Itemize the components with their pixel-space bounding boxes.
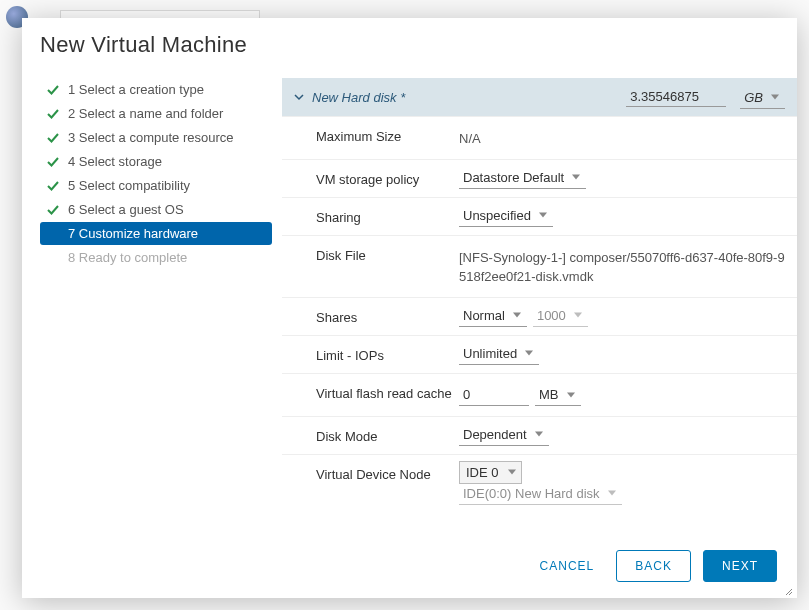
new-vm-wizard-modal: New Virtual Machine 1 Select a creation … <box>22 18 797 598</box>
sharing-select[interactable]: Unspecified <box>459 208 553 223</box>
step-label: 5 Select compatibility <box>68 178 190 193</box>
step-guest-os[interactable]: 6 Select a guest OS <box>40 198 272 221</box>
chevron-down-icon <box>294 92 304 102</box>
row-disk-mode: Disk Mode Dependent <box>282 416 797 454</box>
check-icon <box>46 179 60 193</box>
wizard-steps: 1 Select a creation type 2 Select a name… <box>22 78 282 536</box>
label: Sharing <box>294 208 459 225</box>
label: Limit - IOPs <box>294 346 459 363</box>
disk-mode-select[interactable]: Dependent <box>459 427 549 442</box>
flash-cache-input[interactable] <box>459 384 529 406</box>
row-disk-file: Disk File [NFS-Synology-1-] composer/550… <box>282 235 797 297</box>
step-compute-resource[interactable]: 3 Select a compute resource <box>40 126 272 149</box>
wizard-footer: CANCEL BACK NEXT <box>22 536 797 598</box>
step-creation-type[interactable]: 1 Select a creation type <box>40 78 272 101</box>
disk-size-input[interactable] <box>626 87 726 107</box>
row-device-node: Virtual Device Node IDE 0 IDE(0:0) New H… <box>282 454 797 511</box>
label: VM storage policy <box>294 170 459 187</box>
step-label: 1 Select a creation type <box>68 82 204 97</box>
check-icon <box>46 107 60 121</box>
step-compatibility[interactable]: 5 Select compatibility <box>40 174 272 197</box>
section-title: New Hard disk * <box>312 90 405 105</box>
hardware-panel[interactable]: New Hard disk * GB Maximum Size N/A VM s… <box>282 78 797 536</box>
step-label: 2 Select a name and folder <box>68 106 223 121</box>
flash-cache-unit-select[interactable]: MB <box>535 387 581 402</box>
shares-mode-select[interactable]: Normal <box>459 308 527 323</box>
disk-size-unit-select[interactable]: GB <box>740 90 785 105</box>
step-label: 7 Customize hardware <box>68 226 198 241</box>
row-storage-policy: VM storage policy Datastore Default <box>282 159 797 197</box>
row-shares: Shares Normal 1000 <box>282 297 797 335</box>
new-hard-disk-section[interactable]: New Hard disk * GB <box>282 78 797 116</box>
step-label: 3 Select a compute resource <box>68 130 233 145</box>
check-icon <box>46 155 60 169</box>
label: Disk Mode <box>294 427 459 444</box>
modal-body: 1 Select a creation type 2 Select a name… <box>22 78 797 536</box>
step-label: 8 Ready to complete <box>68 250 187 265</box>
device-node-bus-select[interactable]: IDE 0 <box>459 465 522 480</box>
label: Virtual Device Node <box>294 465 459 482</box>
value: N/A <box>459 127 481 149</box>
storage-policy-select[interactable]: Datastore Default <box>459 170 586 185</box>
disk-file-path: [NFS-Synology-1-] composer/55070ff6-d637… <box>459 246 785 287</box>
check-icon <box>46 203 60 217</box>
next-button[interactable]: NEXT <box>703 550 777 582</box>
row-sharing: Sharing Unspecified <box>282 197 797 235</box>
back-button[interactable]: BACK <box>616 550 691 582</box>
step-ready-complete: 8 Ready to complete <box>40 246 272 269</box>
label: Shares <box>294 308 459 325</box>
resize-handle-icon[interactable] <box>783 584 793 594</box>
label: Disk File <box>294 246 459 263</box>
step-label: 6 Select a guest OS <box>68 202 184 217</box>
check-icon <box>46 131 60 145</box>
modal-title: New Virtual Machine <box>22 18 797 78</box>
step-storage[interactable]: 4 Select storage <box>40 150 272 173</box>
shares-value-input: 1000 <box>533 308 588 323</box>
row-maximum-size: Maximum Size N/A <box>282 116 797 159</box>
limit-iops-select[interactable]: Unlimited <box>459 346 539 361</box>
row-flash-cache: Virtual flash read cache MB <box>282 373 797 416</box>
step-customize-hardware[interactable]: 7 Customize hardware <box>40 222 272 245</box>
device-node-slot-select: IDE(0:0) New Hard disk <box>459 486 622 501</box>
row-limit-iops: Limit - IOPs Unlimited <box>282 335 797 373</box>
label: Maximum Size <box>294 127 459 144</box>
cancel-button[interactable]: CANCEL <box>530 551 605 581</box>
step-label: 4 Select storage <box>68 154 162 169</box>
check-icon <box>46 83 60 97</box>
step-name-folder[interactable]: 2 Select a name and folder <box>40 102 272 125</box>
label: Virtual flash read cache <box>294 384 459 401</box>
